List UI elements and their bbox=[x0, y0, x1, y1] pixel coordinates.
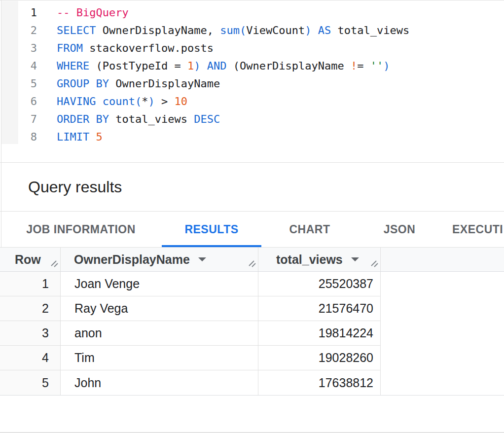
tab-results[interactable]: RESULTS bbox=[162, 212, 261, 247]
tab-job-information[interactable]: JOB INFORMATION bbox=[0, 212, 162, 247]
tab-chart[interactable]: CHART bbox=[261, 212, 358, 247]
code-line: 1-- BigQuery bbox=[0, 4, 504, 22]
row-number-cell: 3 bbox=[0, 321, 61, 346]
total-views-cell: 19028260 bbox=[258, 346, 381, 370]
line-number: 7 bbox=[0, 110, 37, 128]
column-header-label: total_views bbox=[276, 253, 343, 267]
line-number: 5 bbox=[0, 75, 37, 93]
code-lines: 1-- BigQuery2SELECT OwnerDisplayName, su… bbox=[0, 4, 504, 146]
table-body: 1Joan Venge255203872Ray Vega215764703ano… bbox=[0, 272, 504, 395]
table-row: 5John17638812 bbox=[0, 370, 504, 395]
total-views-cell: 21576470 bbox=[258, 296, 381, 321]
table-row: 3anon19814224 bbox=[0, 321, 504, 346]
code-line: 6HAVING count(*) > 10 bbox=[0, 93, 504, 110]
column-header-label: Row bbox=[15, 253, 41, 267]
row-number-cell: 1 bbox=[0, 272, 61, 296]
table-row: 2Ray Vega21576470 bbox=[0, 296, 504, 321]
column-header-label: OwnerDisplayName bbox=[74, 253, 190, 267]
column-resize-handle-icon[interactable] bbox=[370, 256, 379, 270]
code-line-text: ORDER BY total_views DESC bbox=[57, 110, 504, 128]
table-bottom-border bbox=[0, 395, 504, 396]
code-line: 3FROM stackoverflow.posts bbox=[0, 39, 504, 57]
table-row: 1Joan Venge25520387 bbox=[0, 272, 504, 296]
line-number: 3 bbox=[0, 39, 37, 57]
table-header-row: RowOwnerDisplayNametotal_views bbox=[0, 247, 504, 272]
owner-name-cell: anon bbox=[61, 321, 258, 346]
line-number: 8 bbox=[0, 128, 37, 146]
code-line-text: SELECT OwnerDisplayName, sum(ViewCount) … bbox=[57, 22, 504, 39]
column-resize-handle-icon[interactable] bbox=[248, 256, 256, 270]
code-line: 7ORDER BY total_views DESC bbox=[0, 110, 504, 128]
row-number-cell: 4 bbox=[0, 346, 61, 370]
code-line: 5GROUP BY OwnerDisplayName bbox=[0, 75, 504, 93]
code-line-text: WHERE (PostTypeId = 1) AND (OwnerDisplay… bbox=[57, 57, 504, 75]
line-number: 1 bbox=[0, 4, 37, 22]
owner-name-cell: Tim bbox=[61, 346, 258, 370]
total-views-cell: 19814224 bbox=[258, 321, 381, 346]
total-views-cell: 25520387 bbox=[258, 272, 381, 296]
code-line: 8LIMIT 5 bbox=[0, 128, 504, 146]
code-line-text: HAVING count(*) > 10 bbox=[57, 93, 504, 110]
column-header-ownerdisplayname: OwnerDisplayName bbox=[61, 248, 258, 271]
code-line: 4WHERE (PostTypeId = 1) AND (OwnerDispla… bbox=[0, 57, 504, 75]
row-number-cell: 5 bbox=[0, 370, 61, 395]
column-header-filler bbox=[381, 248, 504, 271]
code-line-text: FROM stackoverflow.posts bbox=[57, 39, 504, 57]
column-resize-handle-icon[interactable] bbox=[50, 256, 59, 270]
tab-json[interactable]: JSON bbox=[358, 212, 441, 247]
code-line-text: GROUP BY OwnerDisplayName bbox=[57, 75, 504, 93]
column-dropdown-icon[interactable] bbox=[198, 257, 207, 262]
row-number-cell: 2 bbox=[0, 296, 61, 321]
line-number: 6 bbox=[0, 93, 37, 110]
line-number: 4 bbox=[0, 57, 37, 75]
sql-editor[interactable]: 1-- BigQuery2SELECT OwnerDisplayName, su… bbox=[0, 0, 504, 163]
page-title: Query results bbox=[28, 178, 122, 196]
results-tab-bar: JOB INFORMATIONRESULTSCHARTJSONEXECUTI bbox=[0, 212, 504, 247]
total-views-cell: 17638812 bbox=[258, 370, 381, 395]
owner-name-cell: John bbox=[61, 370, 258, 395]
code-line-text: LIMIT 5 bbox=[57, 128, 504, 146]
tab-executi[interactable]: EXECUTI bbox=[441, 212, 504, 247]
column-header-total_views: total_views bbox=[258, 248, 381, 271]
column-header-row: Row bbox=[0, 248, 61, 271]
column-dropdown-icon[interactable] bbox=[351, 257, 360, 262]
owner-name-cell: Ray Vega bbox=[61, 296, 258, 321]
line-number: 2 bbox=[0, 22, 37, 39]
table-row: 4Tim19028260 bbox=[0, 346, 504, 370]
query-results-header: Query results bbox=[0, 163, 504, 212]
panel-left-border bbox=[1, 0, 1, 248]
code-line: 2SELECT OwnerDisplayName, sum(ViewCount)… bbox=[0, 22, 504, 39]
code-line-text: -- BigQuery bbox=[57, 4, 504, 22]
owner-name-cell: Joan Venge bbox=[61, 272, 258, 296]
bigquery-query-panel: 1-- BigQuery2SELECT OwnerDisplayName, su… bbox=[0, 0, 504, 433]
